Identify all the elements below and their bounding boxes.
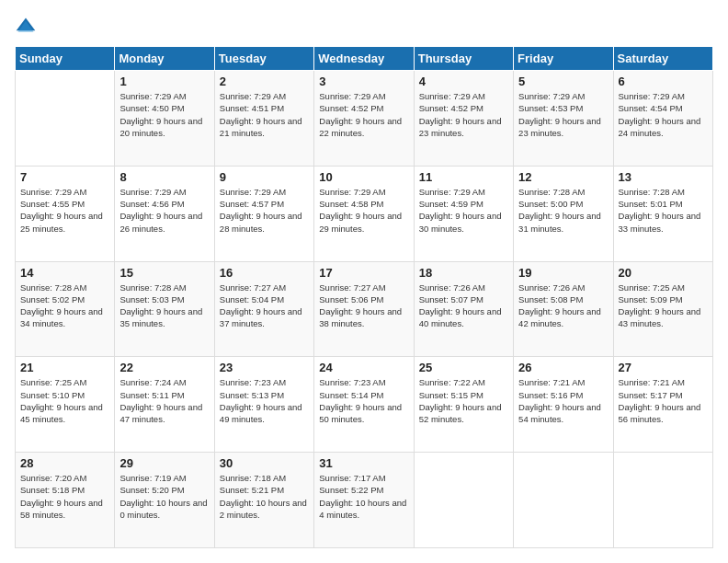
day-info: Sunrise: 7:29 AM Sunset: 4:57 PM Dayligh…: [220, 186, 309, 235]
day-number: 18: [419, 266, 508, 280]
calendar-header-tuesday: Tuesday: [214, 47, 313, 71]
day-info: Sunrise: 7:29 AM Sunset: 4:52 PM Dayligh…: [419, 90, 508, 139]
day-info: Sunrise: 7:23 AM Sunset: 5:13 PM Dayligh…: [220, 376, 309, 425]
day-info: Sunrise: 7:27 AM Sunset: 5:06 PM Dayligh…: [319, 282, 408, 330]
day-number: 20: [619, 266, 708, 280]
calendar-cell: 3Sunrise: 7:29 AM Sunset: 4:52 PM Daylig…: [314, 71, 414, 167]
calendar-cell: 24Sunrise: 7:23 AM Sunset: 5:14 PM Dayli…: [314, 357, 414, 453]
day-number: 2: [220, 75, 309, 88]
day-info: Sunrise: 7:29 AM Sunset: 4:55 PM Dayligh…: [20, 186, 109, 235]
calendar-header-saturday: Saturday: [613, 47, 712, 71]
calendar-cell: 25Sunrise: 7:22 AM Sunset: 5:15 PM Dayli…: [414, 357, 513, 453]
calendar-cell: 5Sunrise: 7:29 AM Sunset: 4:53 PM Daylig…: [514, 71, 613, 167]
calendar-week-4: 21Sunrise: 7:25 AM Sunset: 5:10 PM Dayli…: [16, 357, 713, 453]
day-number: 10: [319, 170, 408, 184]
calendar-cell: 7Sunrise: 7:29 AM Sunset: 4:55 PM Daylig…: [16, 166, 115, 261]
calendar-cell: 22Sunrise: 7:24 AM Sunset: 5:11 PM Dayli…: [115, 357, 214, 453]
calendar-cell: 2Sunrise: 7:29 AM Sunset: 4:51 PM Daylig…: [214, 71, 313, 167]
calendar-cell: 1Sunrise: 7:29 AM Sunset: 4:50 PM Daylig…: [115, 71, 214, 167]
day-number: 14: [20, 266, 109, 280]
calendar-cell: 10Sunrise: 7:29 AM Sunset: 4:58 PM Dayli…: [314, 166, 414, 261]
day-number: 29: [119, 456, 209, 470]
day-info: Sunrise: 7:29 AM Sunset: 4:53 PM Dayligh…: [518, 90, 608, 139]
day-info: Sunrise: 7:29 AM Sunset: 4:59 PM Dayligh…: [419, 186, 508, 235]
day-info: Sunrise: 7:29 AM Sunset: 4:58 PM Dayligh…: [319, 186, 408, 235]
calendar-cell: 8Sunrise: 7:29 AM Sunset: 4:56 PM Daylig…: [115, 166, 214, 261]
day-number: 19: [518, 266, 608, 280]
calendar-cell: [514, 453, 613, 548]
calendar: SundayMondayTuesdayWednesdayThursdayFrid…: [15, 46, 713, 548]
calendar-cell: 11Sunrise: 7:29 AM Sunset: 4:59 PM Dayli…: [414, 166, 513, 261]
day-number: 11: [419, 170, 508, 184]
day-number: 7: [20, 170, 109, 184]
day-info: Sunrise: 7:28 AM Sunset: 5:03 PM Dayligh…: [119, 282, 209, 330]
day-number: 24: [319, 361, 408, 374]
day-info: Sunrise: 7:29 AM Sunset: 4:54 PM Dayligh…: [619, 90, 708, 139]
calendar-cell: 23Sunrise: 7:23 AM Sunset: 5:13 PM Dayli…: [214, 357, 313, 453]
day-info: Sunrise: 7:17 AM Sunset: 5:22 PM Dayligh…: [319, 472, 408, 521]
calendar-cell: 27Sunrise: 7:21 AM Sunset: 5:17 PM Dayli…: [613, 357, 712, 453]
day-info: Sunrise: 7:29 AM Sunset: 4:51 PM Dayligh…: [220, 90, 309, 139]
calendar-week-1: 1Sunrise: 7:29 AM Sunset: 4:50 PM Daylig…: [16, 71, 713, 167]
calendar-cell: 28Sunrise: 7:20 AM Sunset: 5:18 PM Dayli…: [16, 453, 115, 548]
day-info: Sunrise: 7:23 AM Sunset: 5:14 PM Dayligh…: [319, 376, 408, 425]
day-info: Sunrise: 7:27 AM Sunset: 5:04 PM Dayligh…: [220, 282, 309, 330]
calendar-cell: 18Sunrise: 7:26 AM Sunset: 5:07 PM Dayli…: [414, 261, 513, 357]
day-info: Sunrise: 7:26 AM Sunset: 5:08 PM Dayligh…: [518, 282, 608, 330]
day-number: 9: [220, 170, 309, 184]
day-number: 21: [20, 361, 109, 374]
day-number: 28: [20, 456, 109, 470]
calendar-cell: 20Sunrise: 7:25 AM Sunset: 5:09 PM Dayli…: [613, 261, 712, 357]
day-info: Sunrise: 7:25 AM Sunset: 5:10 PM Dayligh…: [20, 376, 109, 425]
calendar-header-monday: Monday: [115, 47, 214, 71]
calendar-cell: 26Sunrise: 7:21 AM Sunset: 5:16 PM Dayli…: [514, 357, 613, 453]
day-number: 4: [419, 75, 508, 88]
day-info: Sunrise: 7:29 AM Sunset: 4:50 PM Dayligh…: [119, 90, 209, 139]
calendar-header-row: SundayMondayTuesdayWednesdayThursdayFrid…: [16, 47, 713, 71]
day-info: Sunrise: 7:22 AM Sunset: 5:15 PM Dayligh…: [419, 376, 508, 425]
day-info: Sunrise: 7:21 AM Sunset: 5:17 PM Dayligh…: [619, 376, 708, 425]
calendar-cell: 14Sunrise: 7:28 AM Sunset: 5:02 PM Dayli…: [16, 261, 115, 357]
day-info: Sunrise: 7:25 AM Sunset: 5:09 PM Dayligh…: [619, 282, 708, 330]
calendar-cell: 13Sunrise: 7:28 AM Sunset: 5:01 PM Dayli…: [613, 166, 712, 261]
day-number: 30: [220, 456, 309, 470]
calendar-cell: 16Sunrise: 7:27 AM Sunset: 5:04 PM Dayli…: [214, 261, 313, 357]
day-number: 5: [518, 75, 608, 88]
day-number: 22: [119, 361, 209, 374]
calendar-cell: 12Sunrise: 7:28 AM Sunset: 5:00 PM Dayli…: [514, 166, 613, 261]
calendar-cell: 29Sunrise: 7:19 AM Sunset: 5:20 PM Dayli…: [115, 453, 214, 548]
calendar-header-wednesday: Wednesday: [314, 47, 414, 71]
day-number: 16: [220, 266, 309, 280]
calendar-cell: [16, 71, 115, 167]
day-number: 27: [619, 361, 708, 374]
calendar-cell: 19Sunrise: 7:26 AM Sunset: 5:08 PM Dayli…: [514, 261, 613, 357]
day-number: 17: [319, 266, 408, 280]
day-info: Sunrise: 7:18 AM Sunset: 5:21 PM Dayligh…: [220, 472, 309, 521]
day-info: Sunrise: 7:19 AM Sunset: 5:20 PM Dayligh…: [119, 472, 209, 521]
calendar-header-thursday: Thursday: [414, 47, 513, 71]
calendar-cell: 31Sunrise: 7:17 AM Sunset: 5:22 PM Dayli…: [314, 453, 414, 548]
calendar-cell: 17Sunrise: 7:27 AM Sunset: 5:06 PM Dayli…: [314, 261, 414, 357]
day-number: 15: [119, 266, 209, 280]
day-info: Sunrise: 7:20 AM Sunset: 5:18 PM Dayligh…: [20, 472, 109, 521]
day-info: Sunrise: 7:21 AM Sunset: 5:16 PM Dayligh…: [518, 376, 608, 425]
calendar-cell: 30Sunrise: 7:18 AM Sunset: 5:21 PM Dayli…: [214, 453, 313, 548]
calendar-week-3: 14Sunrise: 7:28 AM Sunset: 5:02 PM Dayli…: [16, 261, 713, 357]
day-number: 23: [220, 361, 309, 374]
calendar-cell: 4Sunrise: 7:29 AM Sunset: 4:52 PM Daylig…: [414, 71, 513, 167]
logo: [15, 15, 40, 37]
day-number: 25: [419, 361, 508, 374]
calendar-cell: 6Sunrise: 7:29 AM Sunset: 4:54 PM Daylig…: [613, 71, 712, 167]
day-info: Sunrise: 7:29 AM Sunset: 4:52 PM Dayligh…: [319, 90, 408, 139]
day-info: Sunrise: 7:28 AM Sunset: 5:01 PM Dayligh…: [619, 186, 708, 235]
calendar-week-2: 7Sunrise: 7:29 AM Sunset: 4:55 PM Daylig…: [16, 166, 713, 261]
calendar-cell: [414, 453, 513, 548]
day-number: 31: [319, 456, 408, 470]
calendar-cell: 15Sunrise: 7:28 AM Sunset: 5:03 PM Dayli…: [115, 261, 214, 357]
day-info: Sunrise: 7:26 AM Sunset: 5:07 PM Dayligh…: [419, 282, 508, 330]
day-number: 26: [518, 361, 608, 374]
day-number: 13: [619, 170, 708, 184]
day-number: 1: [119, 75, 209, 88]
calendar-cell: 9Sunrise: 7:29 AM Sunset: 4:57 PM Daylig…: [214, 166, 313, 261]
calendar-cell: 21Sunrise: 7:25 AM Sunset: 5:10 PM Dayli…: [16, 357, 115, 453]
